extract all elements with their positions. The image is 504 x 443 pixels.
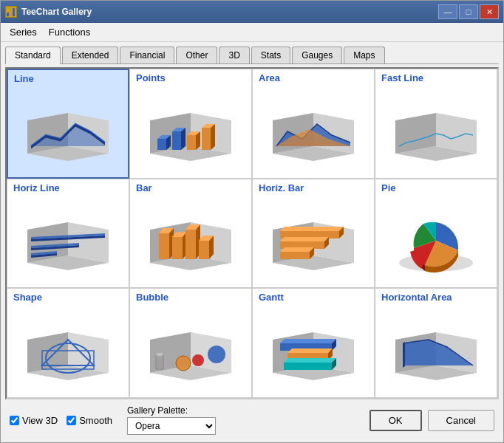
chart-preview-line <box>8 86 128 177</box>
palette-label: Gallery Palette: <box>127 405 216 416</box>
chart-preview-shape <box>7 304 129 397</box>
title-bar: TeeChart Gallery — □ ✕ <box>1 1 503 23</box>
chart-label-bar: Bar <box>130 179 152 195</box>
palette-select[interactable]: Opera Default Classic Pastel Dark <box>127 417 216 435</box>
chart-cell-area[interactable]: Area <box>252 69 375 179</box>
svg-rect-57 <box>199 241 209 259</box>
svg-rect-19 <box>172 131 181 150</box>
svg-rect-3 <box>13 8 15 16</box>
svg-rect-54 <box>185 230 196 259</box>
smooth-checkbox[interactable] <box>67 416 76 425</box>
tab-other[interactable]: Other <box>176 47 217 63</box>
tab-3d[interactable]: 3D <box>219 47 249 63</box>
chart-cell-bubble[interactable]: Bubble <box>129 288 252 398</box>
close-button[interactable]: ✕ <box>480 4 499 19</box>
svg-rect-1 <box>7 13 9 16</box>
svg-rect-82 <box>156 354 163 369</box>
svg-rect-51 <box>172 237 183 259</box>
view3d-checkbox[interactable] <box>10 416 19 425</box>
view3d-group: View 3D <box>10 415 58 426</box>
chart-cell-points[interactable]: Points <box>129 69 252 179</box>
menu-bar: Series Functions <box>1 23 503 42</box>
tab-maps[interactable]: Maps <box>344 47 384 63</box>
chart-preview-pie <box>375 195 497 288</box>
svg-point-86 <box>192 354 204 366</box>
chart-cell-horizline[interactable]: Horiz Line <box>7 179 129 289</box>
tab-gauges[interactable]: Gauges <box>292 47 342 63</box>
app-icon <box>5 6 17 18</box>
svg-marker-21 <box>181 128 185 150</box>
chart-label-area: Area <box>253 69 280 85</box>
svg-marker-104 <box>403 342 405 368</box>
chart-label-pie: Pie <box>375 179 396 195</box>
chart-preview-points <box>130 85 251 178</box>
palette-group: Gallery Palette: Opera Default Classic P… <box>127 405 216 435</box>
chart-label-horizline: Horiz Line <box>7 179 60 195</box>
tab-stats[interactable]: Stats <box>251 47 290 63</box>
chart-preview-horizarea <box>375 304 497 397</box>
smooth-label: Smooth <box>79 415 112 426</box>
cancel-button[interactable]: Cancel <box>428 410 494 431</box>
tab-bar: Standard Extended Financial Other 3D Sta… <box>5 47 499 64</box>
svg-marker-64 <box>280 227 344 231</box>
svg-rect-69 <box>280 252 310 259</box>
chart-preview-bubble <box>130 304 251 397</box>
svg-marker-27 <box>211 124 215 150</box>
svg-rect-48 <box>159 233 169 259</box>
content-area: Standard Extended Financial Other 3D Sta… <box>1 42 503 442</box>
svg-point-87 <box>208 346 225 363</box>
gallery-area: Line <box>5 67 499 399</box>
chart-label-horizarea: Horizontal Area <box>375 289 452 304</box>
chart-grid: Line <box>7 69 497 398</box>
chart-cell-horizbar[interactable]: Horiz. Bar <box>252 179 375 289</box>
main-window: TeeChart Gallery — □ ✕ Series Functions … <box>0 0 504 443</box>
chart-label-gantt: Gantt <box>253 289 284 304</box>
svg-rect-2 <box>10 10 12 16</box>
chart-cell-pie[interactable]: Pie <box>375 179 497 289</box>
tab-standard[interactable]: Standard <box>5 47 61 64</box>
chart-cell-shape[interactable]: Shape <box>7 288 129 398</box>
smooth-group: Smooth <box>67 415 112 426</box>
window-title: TeeChart Gallery <box>21 7 438 17</box>
svg-marker-95 <box>287 348 333 353</box>
chart-preview-bar <box>130 195 251 288</box>
chart-preview-horizbar <box>253 195 374 288</box>
svg-rect-16 <box>157 139 166 150</box>
minimize-button[interactable]: — <box>438 4 457 19</box>
chart-cell-gantt[interactable]: Gantt <box>252 288 375 398</box>
svg-rect-22 <box>187 135 196 150</box>
view3d-label: View 3D <box>22 415 58 426</box>
chart-preview-horizline <box>7 195 129 288</box>
chart-label-shape: Shape <box>7 289 42 304</box>
svg-marker-70 <box>280 247 314 252</box>
chart-preview-gantt <box>253 304 374 397</box>
chart-label-points: Points <box>130 69 166 85</box>
chart-cell-fastline[interactable]: Fast Line <box>375 69 497 179</box>
chart-preview-area <box>253 85 374 178</box>
window-controls: — □ ✕ <box>438 4 499 19</box>
chart-cell-line[interactable]: Line <box>7 69 129 179</box>
svg-point-83 <box>156 353 163 356</box>
svg-rect-97 <box>284 363 332 370</box>
chart-label-bubble: Bubble <box>130 289 168 304</box>
svg-marker-67 <box>280 237 329 241</box>
menu-series[interactable]: Series <box>4 24 43 40</box>
chart-label-horizbar: Horiz. Bar <box>253 179 304 195</box>
ok-button[interactable]: OK <box>370 410 422 431</box>
chart-cell-horizarea[interactable]: Horizontal Area <box>375 288 497 398</box>
svg-marker-92 <box>280 339 336 343</box>
menu-functions[interactable]: Functions <box>43 24 96 40</box>
footer-buttons: OK Cancel <box>370 410 494 431</box>
chart-label-fastline: Fast Line <box>375 69 423 85</box>
chart-preview-fastline <box>375 85 497 178</box>
tab-extended[interactable]: Extended <box>62 47 119 63</box>
chart-cell-bar[interactable]: Bar <box>129 179 252 289</box>
chart-label-line: Line <box>8 70 34 86</box>
footer: View 3D Smooth Gallery Palette: Opera De… <box>5 399 499 438</box>
svg-rect-25 <box>202 128 211 150</box>
maximize-button[interactable]: □ <box>459 4 478 19</box>
svg-marker-98 <box>284 358 336 363</box>
tab-financial[interactable]: Financial <box>120 47 174 63</box>
